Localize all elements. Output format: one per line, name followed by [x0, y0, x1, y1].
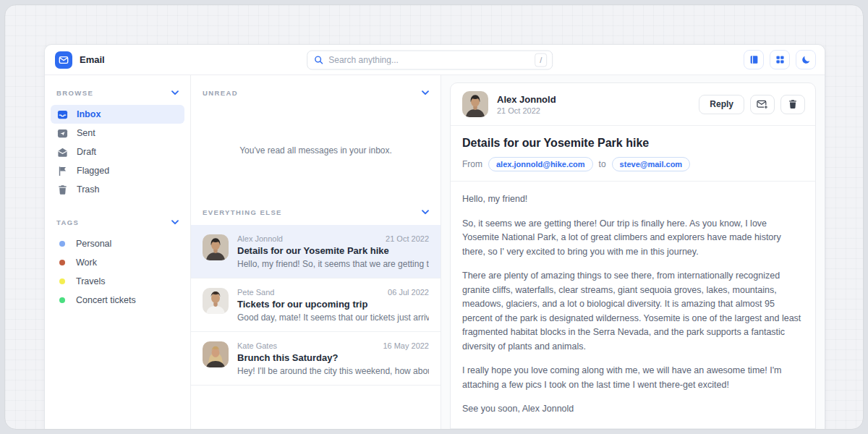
email-sender: Kate Gates: [237, 341, 277, 350]
to-email-chip[interactable]: steve@mail.com: [612, 157, 691, 171]
apps-grid-button[interactable]: [770, 50, 790, 69]
email-sender: Alex Jonnold: [237, 234, 283, 243]
delete-email-button[interactable]: [780, 95, 805, 114]
email-content: Kate Gates 16 May 2022 Brunch this Satur…: [237, 341, 429, 376]
sidebar-item-draft[interactable]: Draft: [51, 142, 184, 161]
unread-section-header[interactable]: UNREAD: [191, 89, 441, 97]
tag-color-dot: [59, 278, 65, 284]
message-body: Hello, my friend! So, it seems we are ge…: [451, 182, 815, 429]
tag-color-dot: [59, 297, 65, 303]
tags-section-header[interactable]: TAGS: [45, 218, 190, 226]
sidebar-item-trash[interactable]: Trash: [51, 180, 184, 199]
message-paragraph: See you soon, Alex Jonnold: [462, 402, 804, 417]
tags-nav: Personal Work Travels Concert tickets: [51, 234, 184, 310]
message-date: 21 Oct 2022: [497, 106, 556, 115]
message-paragraph: There are plenty of amazing things to se…: [462, 269, 804, 354]
email-subject: Brunch this Saturday?: [237, 352, 429, 363]
email-date: 06 Jul 2022: [388, 288, 429, 297]
email-content: Pete Sand 06 Jul 2022 Tickets for our up…: [237, 288, 429, 323]
message-sender-block: Alex Jonnold 21 Oct 2022: [497, 94, 556, 115]
search-bar[interactable]: /: [307, 50, 553, 69]
moon-icon: [801, 55, 811, 64]
chevron-down-icon: [422, 90, 429, 95]
bookmarks-button[interactable]: [744, 50, 764, 69]
chevron-down-icon: [171, 90, 179, 95]
sidebar-item-label: Flagged: [77, 166, 109, 176]
sidebar-item-label: Trash: [77, 184, 100, 195]
email-date: 16 May 2022: [383, 341, 429, 350]
email-list-column: UNREAD You've read all messages in your …: [191, 75, 441, 429]
avatar: [203, 234, 229, 260]
sidebar: BROWSE Inbox: [45, 75, 191, 429]
browse-section-header[interactable]: BROWSE: [45, 89, 190, 97]
sidebar-item-flagged[interactable]: Flagged: [51, 161, 184, 180]
unread-empty-message: You've read all messages in your inbox.: [191, 97, 441, 204]
app-brand: Email: [55, 51, 105, 69]
tag-label: Work: [76, 258, 97, 268]
chevron-down-icon: [171, 220, 179, 225]
desktop-background: Email /: [4, 4, 864, 430]
email-list-item[interactable]: Kate Gates 16 May 2022 Brunch this Satur…: [191, 332, 441, 386]
inbox-icon: [57, 109, 68, 120]
email-preview: Good day, mate! It seems that our ticket…: [237, 312, 429, 323]
sidebar-item-label: Draft: [77, 147, 96, 157]
tag-item-concert-tickets[interactable]: Concert tickets: [51, 291, 184, 310]
message-sender-name: Alex Jonnold: [497, 94, 556, 105]
email-subject: Details for our Yosemite Park hike: [237, 245, 429, 256]
tag-color-dot: [59, 260, 65, 265]
email-preview: Hey! I'll be around the city this weeken…: [237, 366, 429, 376]
from-email-chip[interactable]: alex.jonnold@hike.com: [488, 157, 593, 171]
email-list-item[interactable]: Alex Jonnold 21 Oct 2022 Details for our…: [191, 225, 441, 278]
message-card: Alex Jonnold 21 Oct 2022 Reply: [450, 82, 816, 429]
avatar: [203, 288, 229, 314]
message-subject: Details for our Yosemite Park hike: [462, 137, 804, 150]
email-list: Alex Jonnold 21 Oct 2022 Details for our…: [191, 225, 441, 386]
tags-section-label: TAGS: [56, 218, 79, 226]
email-sender: Pete Sand: [237, 288, 274, 297]
browse-section-label: BROWSE: [56, 89, 93, 97]
sidebar-item-inbox[interactable]: Inbox: [51, 105, 184, 124]
everything-else-section-header[interactable]: EVERYTHING ELSE: [191, 208, 441, 216]
message-paragraph: So, it seems we are getting there! Our t…: [462, 217, 804, 260]
to-label: to: [599, 159, 606, 169]
header-actions: [744, 50, 816, 69]
sent-icon: [57, 128, 68, 139]
from-label: From: [462, 159, 482, 169]
avatar: [462, 91, 488, 117]
dark-mode-toggle[interactable]: [796, 50, 816, 69]
book-icon: [749, 55, 759, 64]
app-title: Email: [80, 54, 105, 65]
grid-icon: [775, 55, 785, 64]
sidebar-item-label: Inbox: [77, 109, 101, 119]
attachments-section: Attachments: [451, 429, 815, 430]
trash-icon: [57, 184, 68, 195]
tag-item-work[interactable]: Work: [51, 253, 184, 272]
email-content: Alex Jonnold 21 Oct 2022 Details for our…: [237, 234, 429, 269]
message-actions: Reply: [699, 95, 805, 114]
tag-color-dot: [59, 241, 65, 247]
email-date: 21 Oct 2022: [386, 234, 429, 243]
draft-icon: [57, 147, 68, 158]
app-header: Email /: [45, 45, 825, 75]
sidebar-item-label: Sent: [77, 128, 95, 138]
email-subject: Tickets for our upcoming trip: [237, 299, 429, 310]
email-list-item[interactable]: Pete Sand 06 Jul 2022 Tickets for our up…: [191, 278, 441, 332]
sidebar-item-sent[interactable]: Sent: [51, 124, 184, 142]
email-preview: Hello, my friend! So, it seems that we a…: [237, 259, 429, 269]
envelope-forward-icon: [757, 98, 768, 110]
trash-icon: [788, 99, 798, 109]
email-logo-icon: [55, 51, 72, 69]
tag-item-personal[interactable]: Personal: [51, 234, 184, 253]
forward-email-button[interactable]: [750, 95, 775, 114]
email-app-window: Email /: [44, 44, 825, 429]
search-input[interactable]: [328, 55, 529, 65]
reply-button[interactable]: Reply: [699, 95, 744, 114]
unread-section-label: UNREAD: [203, 89, 238, 97]
tag-item-travels[interactable]: Travels: [51, 272, 184, 291]
chevron-down-icon: [422, 210, 429, 215]
search-icon: [314, 55, 323, 64]
avatar: [203, 341, 229, 367]
app-main: BROWSE Inbox: [45, 75, 825, 429]
tag-label: Personal: [76, 239, 111, 249]
flag-icon: [57, 166, 68, 176]
